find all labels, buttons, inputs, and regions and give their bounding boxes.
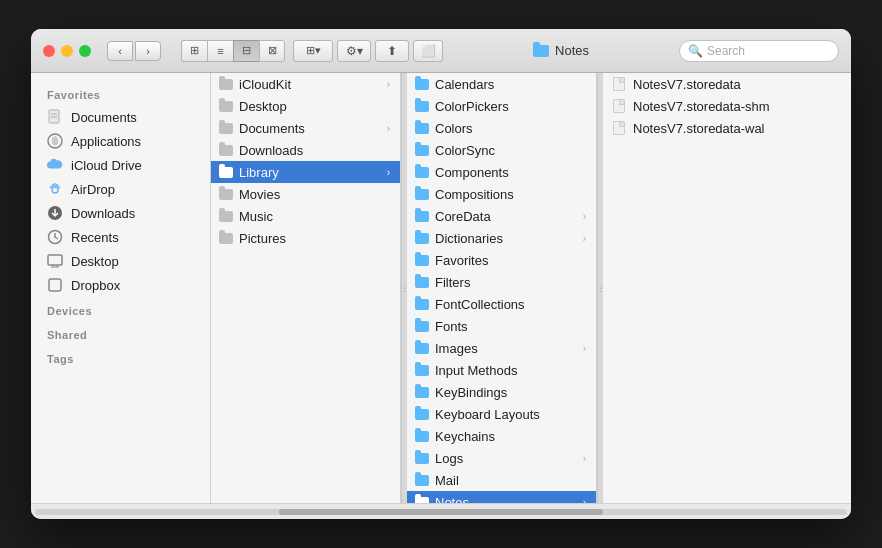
scrollbar-track[interactable] <box>35 509 847 515</box>
sidebar-label-desktop: Desktop <box>71 254 119 269</box>
search-box[interactable]: 🔍 Search <box>679 40 839 62</box>
col3-storedata[interactable]: NotesV7.storedata <box>603 73 851 95</box>
folder-icon-icloudkit <box>219 79 233 90</box>
sidebar-label-dropbox: Dropbox <box>71 278 120 293</box>
sidebar-label-airdrop: AirDrop <box>71 182 115 197</box>
folder-icon-colorsync <box>415 145 429 156</box>
folder-icon-keychains <box>415 431 429 442</box>
col2-keychains[interactable]: Keychains <box>407 425 596 447</box>
col1-documents[interactable]: Documents › <box>211 117 400 139</box>
col1-movies[interactable]: Movies <box>211 183 400 205</box>
col2-coredata[interactable]: CoreData › <box>407 205 596 227</box>
recents-icon <box>47 229 63 245</box>
window-title: Notes <box>555 43 589 58</box>
col2-images[interactable]: Images › <box>407 337 596 359</box>
svg-point-4 <box>52 187 58 193</box>
sidebar-item-recents[interactable]: Recents <box>31 225 210 249</box>
col2-favorites[interactable]: Favorites <box>407 249 596 271</box>
maximize-button[interactable] <box>79 45 91 57</box>
file-icon-storedata <box>613 77 625 91</box>
col1-downloads[interactable]: Downloads <box>211 139 400 161</box>
gallery-view-button[interactable]: ⊠ <box>259 40 285 62</box>
col2-mail[interactable]: Mail <box>407 469 596 491</box>
sidebar-item-dropbox[interactable]: Dropbox <box>31 273 210 297</box>
svg-rect-7 <box>48 255 62 265</box>
sidebar-label-applications: Applications <box>71 134 141 149</box>
file-icon-storedata-shm <box>613 99 625 113</box>
arrange-button[interactable]: ⊞▾ <box>293 40 333 62</box>
col1-library[interactable]: Library › <box>211 161 400 183</box>
back-button[interactable]: ‹ <box>107 41 133 61</box>
col2-notes[interactable]: Notes › <box>407 491 596 503</box>
col2-logs[interactable]: Logs › <box>407 447 596 469</box>
col2-calendars[interactable]: Calendars <box>407 73 596 95</box>
col2-colorpickers[interactable]: ColorPickers <box>407 95 596 117</box>
folder-icon-desktop <box>219 101 233 112</box>
share-button[interactable]: ⬆ <box>375 40 409 62</box>
col2-compositions[interactable]: Compositions <box>407 183 596 205</box>
folder-icon-documents <box>219 123 233 134</box>
col2-keybindings[interactable]: KeyBindings <box>407 381 596 403</box>
folder-icon-keyboardlayouts <box>415 409 429 420</box>
sidebar-label-icloud: iCloud Drive <box>71 158 142 173</box>
folder-icon-favorites <box>415 255 429 266</box>
search-placeholder: Search <box>707 44 745 58</box>
col2-colors[interactable]: Colors <box>407 117 596 139</box>
window-title-area: Notes <box>451 43 671 58</box>
titlebar: ‹ › ⊞ ≡ ⊟ ⊠ ⊞▾ ⚙▾ ⬆ ⬜ Notes 🔍 Search <box>31 29 851 73</box>
icon-view-button[interactable]: ⊞ <box>181 40 207 62</box>
view-controls: ⊞ ≡ ⊟ ⊠ ⊞▾ ⚙▾ ⬆ ⬜ <box>181 40 443 62</box>
tag-button[interactable]: ⬜ <box>413 40 443 62</box>
sidebar-section-devices: Devices <box>31 297 210 321</box>
sidebar-item-downloads[interactable]: Downloads <box>31 201 210 225</box>
sidebar-item-applications[interactable]: Applications <box>31 129 210 153</box>
folder-icon-fontcollections <box>415 299 429 310</box>
col1-icloudkit[interactable]: iCloudKit › <box>211 73 400 95</box>
col2-filters[interactable]: Filters <box>407 271 596 293</box>
close-button[interactable] <box>43 45 55 57</box>
col1-desktop[interactable]: Desktop <box>211 95 400 117</box>
col1-music[interactable]: Music <box>211 205 400 227</box>
sidebar-item-desktop[interactable]: Desktop <box>31 249 210 273</box>
documents-icon <box>47 109 63 125</box>
column-view-button[interactable]: ⊟ <box>233 40 259 62</box>
folder-icon-filters <box>415 277 429 288</box>
sidebar-item-airdrop[interactable]: AirDrop <box>31 177 210 201</box>
search-icon: 🔍 <box>688 44 703 58</box>
column-1: iCloudKit › Desktop Documents › Download… <box>211 73 401 503</box>
downloads-icon <box>47 205 63 221</box>
sidebar-item-icloud[interactable]: iCloud Drive <box>31 153 210 177</box>
col1-pictures[interactable]: Pictures <box>211 227 400 249</box>
folder-icon-colorpickers <box>415 101 429 112</box>
finder-window: ‹ › ⊞ ≡ ⊟ ⊠ ⊞▾ ⚙▾ ⬆ ⬜ Notes 🔍 Search <box>31 29 851 519</box>
sidebar-section-tags: Tags <box>31 345 210 369</box>
scrollbar-thumb[interactable] <box>279 509 604 515</box>
col2-fonts[interactable]: Fonts <box>407 315 596 337</box>
sidebar-label-documents: Documents <box>71 110 137 125</box>
airdrop-icon <box>47 181 63 197</box>
list-view-button[interactable]: ≡ <box>207 40 233 62</box>
folder-icon-coredata <box>415 211 429 222</box>
sidebar-item-documents[interactable]: Documents <box>31 105 210 129</box>
folder-icon-downloads <box>219 145 233 156</box>
col2-fontcollections[interactable]: FontCollections <box>407 293 596 315</box>
column-browser: iCloudKit › Desktop Documents › Download… <box>211 73 851 503</box>
col3-storedata-shm[interactable]: NotesV7.storedata-shm <box>603 95 851 117</box>
column-3: NotesV7.storedata NotesV7.storedata-shm … <box>603 73 851 503</box>
folder-icon-notes <box>415 497 429 504</box>
col2-inputmethods[interactable]: Input Methods <box>407 359 596 381</box>
col2-keyboardlayouts[interactable]: Keyboard Layouts <box>407 403 596 425</box>
col3-storedata-wal[interactable]: NotesV7.storedata-wal <box>603 117 851 139</box>
folder-icon-library <box>219 167 233 178</box>
folder-icon-colors <box>415 123 429 134</box>
col2-dictionaries[interactable]: Dictionaries › <box>407 227 596 249</box>
minimize-button[interactable] <box>61 45 73 57</box>
nav-buttons: ‹ › <box>107 41 161 61</box>
action-gear-button[interactable]: ⚙▾ <box>337 40 371 62</box>
folder-icon-dictionaries <box>415 233 429 244</box>
col2-components[interactable]: Components <box>407 161 596 183</box>
forward-button[interactable]: › <box>135 41 161 61</box>
col2-colorsync[interactable]: ColorSync <box>407 139 596 161</box>
view-mode-group: ⊞ ≡ ⊟ ⊠ <box>181 40 285 62</box>
folder-icon-pictures <box>219 233 233 244</box>
